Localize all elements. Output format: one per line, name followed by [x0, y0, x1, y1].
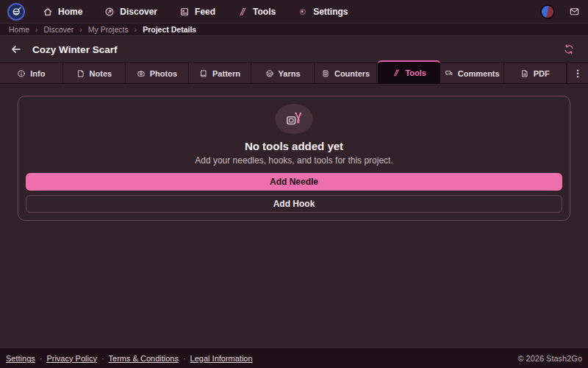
app-window: Home Discover Feed Tools [0, 0, 588, 368]
speech-bubbles-icon [445, 69, 453, 78]
tab-pdf[interactable]: PDF [504, 63, 567, 83]
title-row: Cozy Winter Scarf [0, 36, 588, 63]
tab-label: Info [30, 69, 45, 78]
empty-state-card: No tools added yet Add your needles, hoo… [18, 96, 570, 221]
breadcrumb-separator: › [79, 25, 82, 34]
footer-links: Settings · Privacy Policy · Terms & Cond… [6, 354, 253, 363]
footer-separator: · [40, 354, 43, 363]
top-navigation: Home Discover Feed Tools [0, 0, 588, 23]
note-page-icon [76, 69, 85, 78]
nav-item-feed[interactable]: Feed [175, 4, 220, 20]
nav-item-settings[interactable]: Settings [293, 4, 352, 20]
yarn-ball-icon [265, 69, 274, 78]
tab-photos[interactable]: Photos [126, 63, 189, 83]
footer: Settings · Privacy Policy · Terms & Cond… [0, 347, 588, 368]
copyright-text: © 2026 Stash2Go [517, 354, 582, 363]
footer-link-terms-conditions[interactable]: Terms & Conditions [109, 354, 179, 363]
info-circle-icon [17, 69, 26, 78]
footer-link-settings[interactable]: Settings [6, 354, 35, 363]
tab-comments[interactable]: Comments [441, 63, 504, 83]
mail-envelope-icon[interactable] [568, 6, 581, 17]
nav-item-label: Home [58, 7, 82, 17]
main-content: No tools added yet Add your needles, hoo… [0, 84, 588, 347]
tab-label: Photos [150, 69, 177, 78]
ellipsis-icon: ⋮ [573, 68, 583, 79]
counter-icon [321, 69, 330, 78]
add-needle-button[interactable]: Add Needle [26, 173, 562, 191]
brand-logo[interactable] [7, 3, 25, 21]
tab-label: Counters [334, 69, 370, 78]
tab-label: Tools [405, 68, 426, 77]
yarn-ball-logo-icon [11, 6, 22, 17]
nav-item-label: Tools [253, 7, 276, 17]
feed-card-icon [179, 7, 190, 17]
breadcrumb-discover[interactable]: Discover [44, 25, 74, 34]
tab-notes[interactable]: Notes [63, 63, 126, 83]
tab-bar: Info Notes Photos Pattern [0, 63, 588, 84]
nav-item-label: Settings [313, 7, 348, 17]
breadcrumb-home[interactable]: Home [9, 25, 29, 34]
nav-item-tools[interactable]: Tools [233, 4, 280, 20]
user-avatar[interactable] [540, 4, 555, 19]
empty-state-badge [275, 104, 313, 134]
tab-info[interactable]: Info [0, 63, 63, 83]
book-icon [199, 69, 208, 78]
tab-label: Yarns [279, 69, 301, 78]
sync-arrows-icon [563, 43, 575, 55]
compass-arrow-icon [104, 7, 115, 17]
breadcrumb: Home › Discover › My Projects › Project … [0, 23, 588, 36]
refresh-button[interactable] [563, 43, 578, 55]
knitting-needles-icon [392, 68, 401, 77]
tab-tools[interactable]: Tools [377, 60, 441, 83]
breadcrumb-project-details: Project Details [143, 25, 196, 34]
nav-item-home[interactable]: Home [38, 4, 87, 20]
footer-separator: · [101, 354, 104, 363]
page-title: Cozy Winter Scarf [32, 44, 117, 55]
tab-counters[interactable]: Counters [315, 63, 378, 83]
breadcrumb-separator: › [35, 25, 38, 34]
nav-item-discover[interactable]: Discover [100, 4, 162, 20]
tab-pattern[interactable]: Pattern [189, 63, 252, 83]
nav-item-label: Feed [195, 7, 215, 17]
tab-overflow-menu[interactable]: ⋮ [567, 63, 588, 83]
nav-item-label: Discover [120, 7, 157, 17]
camera-icon [137, 69, 146, 78]
knitting-needles-icon [237, 7, 248, 17]
back-button[interactable] [10, 43, 22, 55]
action-buttons: Add Needle Add Hook [26, 173, 562, 213]
tab-label: Pattern [212, 69, 240, 78]
home-icon [43, 7, 53, 17]
empty-state-subtitle: Add your needles, hooks, and tools for t… [195, 155, 393, 166]
tab-label: Notes [90, 69, 112, 78]
arrow-left-icon [10, 43, 22, 55]
add-hook-button[interactable]: Add Hook [26, 195, 562, 213]
footer-separator: · [183, 354, 186, 363]
gear-dot-icon [298, 7, 308, 17]
tab-label: Comments [458, 69, 500, 78]
tools-gauge-needles-icon [284, 110, 304, 129]
tab-yarns[interactable]: Yarns [251, 63, 315, 83]
footer-link-privacy-policy[interactable]: Privacy Policy [46, 354, 96, 363]
empty-state-title: No tools added yet [245, 140, 343, 152]
footer-link-legal-information[interactable]: Legal Information [190, 354, 253, 363]
pdf-page-icon [520, 69, 529, 78]
tab-label: PDF [534, 69, 550, 78]
breadcrumb-separator: › [135, 25, 137, 34]
breadcrumb-my-projects[interactable]: My Projects [88, 25, 129, 34]
